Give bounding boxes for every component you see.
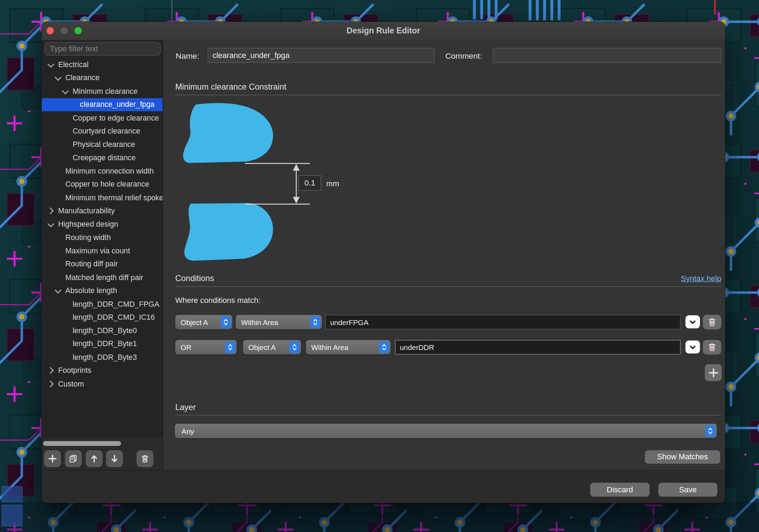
- condition2-delete-button[interactable]: [703, 340, 721, 355]
- clearance-diagram: 0.1 mm: [180, 100, 374, 265]
- tree-item-routing-diff-pair[interactable]: Routing diff pair: [42, 258, 162, 271]
- tree-item-copper-to-hole-clearance[interactable]: Copper to hole clearance: [42, 178, 162, 191]
- syntax-help-link[interactable]: Syntax help: [681, 274, 721, 283]
- tree-item-clearance-under-fpga[interactable]: clearance_under_fpga: [42, 98, 162, 111]
- chevron-down-icon[interactable]: [47, 220, 55, 228]
- updown-stepper-icon: [705, 425, 715, 437]
- add-rule-button[interactable]: [44, 450, 61, 467]
- tree-item-label: Routing width: [65, 233, 111, 242]
- rule-name-input[interactable]: [208, 48, 434, 63]
- window-title: Design Rule Editor: [42, 22, 725, 40]
- tree-item-clearance[interactable]: Clearance: [42, 71, 162, 85]
- tree-item-routing-width[interactable]: Routing width: [42, 231, 162, 244]
- move-rule-up-button[interactable]: [86, 450, 103, 467]
- tree-item-custom[interactable]: Custom: [42, 377, 162, 391]
- condition1-object-select[interactable]: Object A: [175, 315, 232, 329]
- design-rule-editor-window: Design Rule Editor Electrical Clearance …: [42, 22, 725, 503]
- tree-item-label: Copper to hole clearance: [65, 180, 149, 189]
- duplicate-rule-button[interactable]: [65, 450, 82, 467]
- tree-item-creepage-distance[interactable]: Creepage distance: [42, 151, 162, 164]
- condition1-value-input[interactable]: [325, 315, 681, 329]
- condition2-combinator-select[interactable]: OR: [175, 340, 237, 355]
- delete-rule-button[interactable]: [136, 450, 153, 467]
- tree-item-footprints[interactable]: Footprints: [42, 364, 162, 377]
- clearance-value: 0.1: [305, 179, 315, 187]
- condition2-expand-button[interactable]: [685, 340, 700, 353]
- layer-section-title: Layer: [175, 403, 196, 413]
- move-up-icon: [90, 454, 99, 463]
- updown-stepper-icon: [379, 342, 389, 353]
- indent-spacer: [62, 154, 69, 162]
- show-matches-button[interactable]: Show Matches: [645, 450, 720, 464]
- condition1-object-value: Object A: [180, 318, 217, 326]
- indent-spacer: [54, 274, 62, 281]
- section-divider: [175, 286, 721, 287]
- layer-select[interactable]: Any: [175, 424, 717, 438]
- tree-item-minimum-connection-width[interactable]: Minimum connection width: [42, 164, 162, 178]
- chevron-down-icon[interactable]: [62, 87, 69, 95]
- condition2-value-input[interactable]: [395, 340, 681, 355]
- move-rule-down-button[interactable]: [106, 450, 123, 467]
- move-down-icon: [110, 454, 119, 463]
- copper-pad-top: [183, 103, 273, 163]
- tree-item-length-ddr-byte1[interactable]: length_DDR_Byte1: [42, 337, 162, 351]
- tree-item-length-ddr-cmd-fpga[interactable]: length_DDR_CMD_FPGA: [42, 297, 162, 311]
- chevron-down-icon[interactable]: [54, 74, 62, 82]
- tree-item-length-ddr-byte0[interactable]: length_DDR_Byte0: [42, 324, 162, 337]
- tree-item-label: Maximum via count: [65, 247, 130, 255]
- tree-item-minimum-clearance[interactable]: Minimum clearance: [42, 85, 162, 98]
- layer-select-value: Any: [181, 427, 701, 435]
- tree-item-electrical[interactable]: Electrical: [42, 58, 162, 71]
- sidebar-horizontal-scrollbar[interactable]: [43, 441, 121, 446]
- indent-spacer: [62, 114, 69, 122]
- tree-item-label: Custom: [58, 379, 84, 388]
- constraint-section-title: Minimum clearance Constraint: [175, 82, 286, 92]
- window-titlebar[interactable]: Design Rule Editor: [42, 22, 725, 41]
- discard-button[interactable]: Discard: [590, 483, 650, 497]
- tree-item-maximum-via-count[interactable]: Maximum via count: [42, 244, 162, 258]
- tree-item-label: Matched length diff pair: [65, 273, 143, 282]
- condition1-expand-button[interactable]: [685, 315, 700, 328]
- close-window-button[interactable]: [46, 27, 54, 34]
- sidebar-toolbar: [42, 436, 162, 470]
- tree-item-manufacturability[interactable]: Manufacturability: [42, 204, 162, 218]
- tree-item-absolute-length[interactable]: Absolute length: [42, 284, 162, 298]
- add-condition-button[interactable]: [705, 364, 722, 381]
- tree-item-length-ddr-byte3[interactable]: length_DDR_Byte3: [42, 351, 162, 364]
- tree-item-minimum-thermal-relief[interactable]: Minimum thermal relief spoke count: [42, 191, 162, 205]
- chevron-right-icon[interactable]: [47, 367, 55, 375]
- chevron-down-icon[interactable]: [54, 287, 62, 294]
- tree-item-label: Minimum clearance: [72, 87, 138, 96]
- trash-icon: [707, 342, 717, 352]
- duplicate-icon: [69, 454, 78, 463]
- rule-comment-input[interactable]: [493, 48, 721, 63]
- save-button[interactable]: Save: [658, 483, 717, 497]
- tree-item-matched-length-diff-pair[interactable]: Matched length diff pair: [42, 271, 162, 284]
- zoom-window-button[interactable]: [75, 27, 82, 34]
- tree-item-label: length_DDR_Byte0: [72, 326, 137, 335]
- tree-item-label: Electrical: [58, 60, 89, 69]
- condition1-delete-button[interactable]: [703, 315, 721, 329]
- indent-spacer: [54, 247, 62, 255]
- tree-item-label: length_DDR_Byte1: [72, 340, 137, 349]
- tree-filter-input[interactable]: [45, 42, 161, 56]
- minimize-window-button[interactable]: [60, 27, 68, 34]
- name-label: Name:: [176, 51, 199, 60]
- tree-item-label: Highspeed design: [58, 220, 118, 229]
- tree-item-physical-clearance[interactable]: Physical clearance: [42, 138, 162, 151]
- chevron-right-icon[interactable]: [47, 380, 55, 388]
- condition2-object-select[interactable]: Object A: [243, 340, 301, 355]
- conditions-section-title: Conditions: [175, 274, 214, 284]
- condition2-predicate-select[interactable]: Within Area: [306, 340, 391, 355]
- chevron-right-icon[interactable]: [47, 207, 55, 215]
- tree-item-highspeed-design[interactable]: Highspeed design: [42, 218, 162, 231]
- tree-item-copper-to-edge-clearance[interactable]: Copper to edge clearance: [42, 111, 162, 125]
- tree-item-courtyard-clearance[interactable]: Courtyard clearance: [42, 124, 162, 138]
- arrow-up-icon: [293, 164, 300, 171]
- updown-stepper-icon: [289, 342, 300, 353]
- section-divider: [175, 95, 721, 95]
- condition1-predicate-select[interactable]: Within Area: [236, 315, 322, 329]
- chevron-down-icon[interactable]: [47, 61, 55, 69]
- tree-item-length-ddr-cmd-ic1[interactable]: length_DDR_CMD_IC16: [42, 311, 162, 324]
- chevron-down-icon: [688, 343, 697, 351]
